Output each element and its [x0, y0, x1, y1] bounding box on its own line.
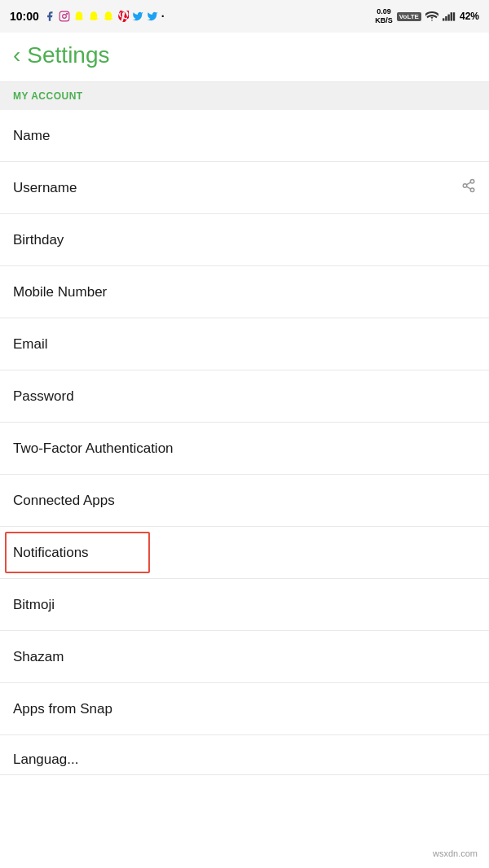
status-bar: 10:00 · 0.09 KB/S VoLTE	[0, 0, 489, 33]
settings-item-email[interactable]: Email	[0, 318, 489, 370]
settings-item-name-label: Name	[13, 128, 50, 144]
settings-item-username-label: Username	[13, 180, 77, 196]
settings-item-username[interactable]: Username	[0, 162, 489, 214]
settings-item-language[interactable]: Languag...	[0, 735, 489, 775]
watermark: wsxdn.com	[430, 847, 481, 860]
twitter-icon-2	[147, 11, 158, 22]
snapchat-icon-1	[73, 11, 85, 22]
svg-point-8	[470, 180, 474, 184]
settings-item-bitmoji[interactable]: Bitmoji	[0, 579, 489, 631]
share-icon	[461, 178, 476, 197]
settings-item-birthday-label: Birthday	[13, 232, 64, 248]
svg-point-1	[62, 15, 66, 19]
section-header-my-account: MY ACCOUNT	[0, 82, 489, 110]
twitter-icon-1	[132, 11, 143, 22]
wifi-icon	[425, 11, 438, 21]
snapchat-icon-3	[103, 11, 114, 22]
settings-item-birthday[interactable]: Birthday	[0, 214, 489, 266]
settings-item-shazam[interactable]: Shazam	[0, 631, 489, 683]
svg-point-2	[66, 13, 67, 14]
status-icons: ·	[44, 10, 165, 23]
dot-separator: ·	[161, 10, 165, 23]
settings-item-bitmoji-label: Bitmoji	[13, 597, 55, 613]
settings-item-password-label: Password	[13, 388, 74, 405]
svg-rect-4	[445, 16, 447, 21]
back-button[interactable]: ‹	[13, 44, 20, 67]
settings-item-mobile-number[interactable]: Mobile Number	[0, 266, 489, 318]
svg-point-9	[463, 184, 467, 188]
svg-rect-3	[443, 18, 444, 20]
settings-list: MY ACCOUNT Name Username Birthday Mobile…	[0, 82, 489, 775]
svg-line-12	[466, 182, 470, 185]
svg-rect-0	[59, 11, 69, 21]
settings-item-apps-snap-label: Apps from Snap	[13, 701, 112, 717]
settings-item-language-label: Languag...	[13, 752, 78, 768]
settings-item-connected-apps-label: Connected Apps	[13, 493, 115, 509]
settings-item-apps-from-snap[interactable]: Apps from Snap	[0, 683, 489, 735]
svg-rect-6	[451, 12, 452, 20]
page-title: Settings	[27, 42, 109, 68]
settings-item-notifications[interactable]: Notifications	[0, 527, 489, 579]
settings-item-connected-apps[interactable]: Connected Apps	[0, 475, 489, 527]
status-right: 0.09 KB/S VoLTE 42%	[375, 7, 479, 25]
status-left: 10:00 ·	[10, 10, 165, 23]
settings-item-notifications-label: Notifications	[13, 545, 89, 561]
battery-text: 42%	[460, 11, 479, 22]
svg-line-11	[466, 186, 470, 189]
svg-point-10	[470, 188, 474, 192]
status-time: 10:00	[10, 10, 39, 23]
settings-item-password[interactable]: Password	[0, 370, 489, 423]
facebook-icon	[44, 11, 55, 22]
volte-badge: VoLTE	[397, 12, 421, 21]
app-header: ‹ Settings	[0, 33, 489, 82]
data-speed: 0.09 KB/S	[375, 7, 393, 25]
settings-item-shazam-label: Shazam	[13, 649, 64, 665]
instagram-icon	[59, 11, 70, 22]
svg-rect-5	[447, 15, 449, 21]
settings-item-email-label: Email	[13, 336, 48, 353]
pinterest-icon	[117, 11, 129, 22]
settings-item-two-factor[interactable]: Two-Factor Authentication	[0, 423, 489, 475]
settings-item-mobile-label: Mobile Number	[13, 284, 107, 300]
snapchat-icon-2	[88, 11, 99, 22]
signal-icon	[443, 11, 456, 21]
settings-item-name[interactable]: Name	[0, 110, 489, 162]
svg-rect-7	[453, 12, 455, 20]
settings-item-2fa-label: Two-Factor Authentication	[13, 441, 174, 457]
